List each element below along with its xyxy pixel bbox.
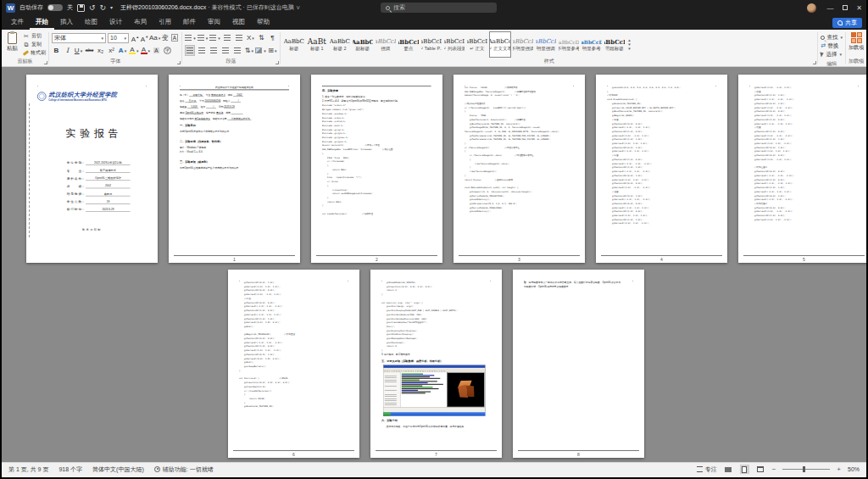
underline-button[interactable]: U▾ [74,45,83,56]
shading-button[interactable]: ▾ [255,45,266,56]
zoom-percent[interactable]: 50% [848,466,860,472]
borders-button[interactable]: ⊞▾ [268,45,277,56]
numbering-button[interactable]: ▾ [198,32,209,43]
text-highlight-color-button[interactable]: A▾ [129,45,139,56]
sort-button[interactable]: ⇅ [257,32,266,43]
paragraph-dialog-launcher[interactable] [275,61,279,64]
multilevel-list-button[interactable]: ▾ [209,32,220,43]
italic-button[interactable]: I [63,45,72,56]
save-icon[interactable] [77,4,85,12]
document-page-5[interactable]: gluLookAt(0.0, 0.0, 5.0, 0.0, 0.0, 0.0, … [596,75,727,263]
strikethrough-button[interactable]: abc [85,45,94,56]
document-page-8[interactable]: glShadeModel(GL_SMOOTH); glClearColor(0.… [370,270,502,458]
search-input[interactable]: 搜索 [381,3,497,13]
style-card-5[interactable]: AaBbCcDc要点 [398,31,420,58]
style-card-13[interactable]: AaBbCcDc明显参考 [581,31,603,58]
character-shading-button[interactable]: A [152,45,161,56]
style-card-6[interactable]: AaBbCcDc↵ Table P... [420,31,442,58]
document-page-3[interactable]: 四、实验步骤1. 准备一张位图素材，来标记贴图头像等。2. 打开VC++6.0，… [311,75,442,263]
document-page-6[interactable]: glVertex3f(1.0f, -1.0f, 1.0f); //底面 glTe… [738,75,866,263]
decrease-indent-button[interactable] [222,32,232,43]
styles-gallery-scroll[interactable]: ▲▼▼ [626,39,633,51]
redo-icon[interactable]: ↻ [100,3,107,12]
accessibility-status[interactable]: 辅助功能: 一切就绪 [154,465,214,474]
gallery-down-icon[interactable]: ▼ [627,43,631,47]
distribute-button[interactable] [232,45,242,56]
replace-button[interactable]: ⇄替换 [821,42,843,50]
phonetic-guide-button[interactable]: 变 [160,32,170,43]
ribbon-tab-7[interactable]: 邮件 [177,15,202,30]
change-case-button[interactable]: Aa▾ [149,32,160,43]
web-layout-button[interactable] [756,465,765,474]
minimize-button[interactable]: — [823,0,837,15]
zoom-out-button[interactable]: − [772,465,776,473]
ribbon-tab-8[interactable]: 审阅 [202,15,226,30]
addins-button[interactable]: 加载项 [849,31,864,52]
ribbon-tab-4[interactable]: 设计 [103,15,128,30]
ribbon-tab-10[interactable]: 帮助 [251,15,275,30]
font-color-button[interactable]: A▾ [141,45,151,56]
zoom-slider-thumb[interactable] [803,466,805,472]
font-dialog-launcher[interactable] [177,61,181,64]
enclose-characters-button[interactable]: 字 [163,45,172,56]
increase-indent-button[interactable] [234,32,244,43]
style-card-11[interactable]: AaBbCcDc明显强调 [535,31,557,58]
document-page-9[interactable]: 图。运用贴图是怎么一回事以及如何自建立体，深入在图样中钻研点贴图，OpenGL语… [513,270,644,458]
styles-dialog-launcher[interactable] [813,61,816,64]
language-indicator[interactable]: 简体中文(中国大陆) [92,465,144,474]
focus-button[interactable]: 专注 [697,465,717,474]
style-card-7[interactable]: AaBbCcDc↵ 列表段落 [443,31,465,58]
grow-font-button[interactable]: A▲ [131,32,140,43]
read-mode-button[interactable] [724,465,733,474]
word-count[interactable]: 918 个字 [58,465,82,474]
copy-button[interactable]: ⧉复制 [23,41,46,48]
shrink-font-button[interactable]: A▼ [140,32,149,43]
clipboard-dialog-launcher[interactable] [44,61,47,64]
bullets-button[interactable]: ▾ [185,32,196,43]
ribbon-tab-6[interactable]: 引用 [153,15,177,30]
zoom-slider[interactable] [782,469,830,470]
ribbon-tab-2[interactable]: 插入 [54,15,79,30]
zoom-in-button[interactable]: + [837,465,841,473]
select-button[interactable]: 选择▾ [821,50,843,58]
style-card-8[interactable]: AaBbCcDc↵ 正文 [466,31,488,58]
show-formatting-marks-button[interactable]: ¶ [268,32,277,43]
justify-button[interactable] [220,45,231,56]
ribbon-tab-9[interactable]: 视图 [226,15,251,30]
line-spacing-button[interactable]: ⇅▾ [244,45,253,56]
text-effects-button[interactable]: A▾ [118,45,127,56]
find-button[interactable]: 查找▾ [821,33,843,42]
page-indicator[interactable]: 第 1 页, 共 9 页 [8,465,48,474]
paste-button[interactable]: 粘贴 [4,31,20,58]
style-card-10[interactable]: AaBbCcDc不明显强调 [512,31,534,58]
align-left-button[interactable] [185,45,195,56]
style-card-12[interactable]: AaBbCcDc不明显参考 [558,31,580,58]
style-card-4[interactable]: AaBbCcDc强调 [375,31,397,58]
superscript-button[interactable]: x² [107,45,116,56]
print-layout-button[interactable] [740,465,749,474]
gallery-expand-icon[interactable]: ▼ [627,47,631,51]
maximize-button[interactable] [837,0,852,15]
subscript-button[interactable]: x₂ [96,45,105,56]
align-right-button[interactable] [209,45,219,56]
document-canvas[interactable]: 武汉纺织大学外经贸学院College of International Busi… [2,67,866,464]
style-card-1[interactable]: AaBt标题 1 [306,31,328,58]
asian-layout-button[interactable]: X▾ [246,32,255,43]
undo-icon[interactable]: ↺ [89,3,96,12]
cut-button[interactable]: ✂剪切 [23,32,46,40]
character-border-button[interactable]: A [170,32,179,43]
style-card-2[interactable]: AaBbC标题 2 [329,31,351,58]
font-family-select[interactable]: 宋体▾ [52,33,106,43]
bold-button[interactable]: B [52,45,61,56]
avatar[interactable] [807,3,816,13]
ribbon-tab-0[interactable]: 文件 [5,15,30,30]
document-title[interactable]: 王梓铧200103060206.docx.docx · 兼容性模式 · 已保存到… [120,3,300,12]
qat-chevron-icon[interactable]: ▾ [110,3,113,12]
document-page-2[interactable]: 武汉纺织大学外经贸学院实验报告纸院（系） 工程学院 专业 数字媒体技术 班级 2… [169,75,300,263]
style-card-14[interactable]: AaBbCcDc书籍标题 [604,31,626,58]
align-center-button[interactable] [197,45,207,56]
document-page-4[interactable]: int Status = FALSE; //状态指示器AUX_RGBImageR… [453,75,585,263]
font-size-select[interactable]: 10▾ [108,33,129,43]
autosave-toggle[interactable] [47,4,63,11]
gallery-up-icon[interactable]: ▲ [627,39,631,42]
